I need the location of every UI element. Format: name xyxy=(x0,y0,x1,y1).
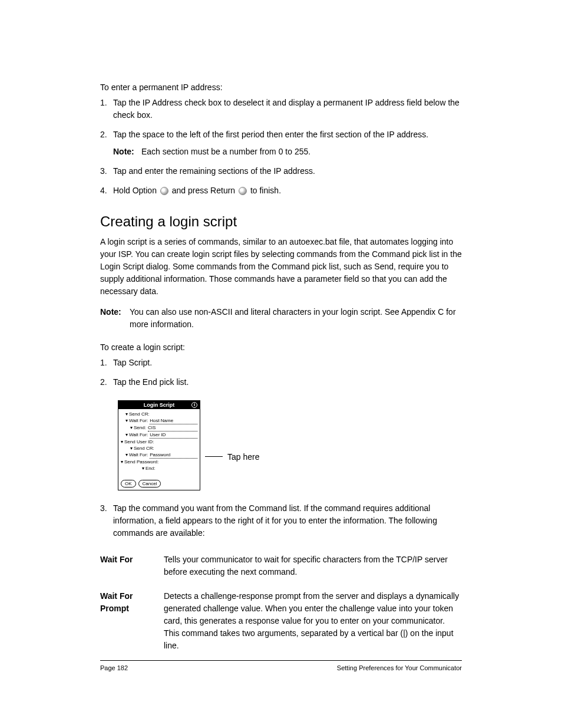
palm-dialog-header: Login Script i xyxy=(118,401,200,409)
dropdown-icon: ▾ xyxy=(130,445,133,452)
palm-buttons: OK Cancel xyxy=(121,480,197,487)
list-text: Tap the End pick list. xyxy=(113,376,462,388)
palm-label: Wait For: xyxy=(129,452,148,458)
command-description: Tells your communicator to wait for spec… xyxy=(164,554,462,578)
list-item: 1. Tap Script. xyxy=(100,357,462,369)
command-name: Wait For xyxy=(100,554,164,578)
palm-value: Password xyxy=(150,452,197,459)
info-icon: i xyxy=(191,402,197,408)
command-name: Wait For Prompt xyxy=(100,590,164,652)
list-text: Tap the space to the left of the first p… xyxy=(113,129,462,158)
palm-label: Send: xyxy=(134,424,146,431)
palm-row: ▾Wait For:User ID xyxy=(121,431,197,439)
option-key-icon xyxy=(160,187,168,195)
list-text: Tap the command you want from the Comman… xyxy=(113,502,462,539)
list-number: 2. xyxy=(100,376,113,388)
palm-row: ▾Send CR: xyxy=(121,411,197,417)
login-script-steps-cont: 3. Tap the command you want from the Com… xyxy=(100,502,462,539)
palm-row: ▾Send:CIS xyxy=(121,424,197,431)
palm-dialog-title: Login Script xyxy=(144,402,175,408)
commands-table: Wait For Tells your communicator to wait… xyxy=(100,554,462,652)
section2-title: To create a login script: xyxy=(100,342,462,352)
palm-label: Send CR: xyxy=(134,445,154,452)
ok-button: OK xyxy=(121,480,136,487)
palm-row: ▾Send Password: xyxy=(121,459,197,465)
command-row: Wait For Prompt Detects a challenge-resp… xyxy=(100,590,462,652)
note-text: Each section must be a number from 0 to … xyxy=(141,146,462,158)
command-row: Wait For Tells your communicator to wait… xyxy=(100,554,462,578)
command-description: Detects a challenge-response prompt from… xyxy=(164,590,462,652)
palm-value: User ID xyxy=(150,431,197,439)
heading-login-script: Creating a login script xyxy=(100,213,462,230)
footer-title: Setting Preferences for Your Communicato… xyxy=(337,664,462,671)
list-text-inner: Tap the space to the left of the first p… xyxy=(113,130,428,139)
list-item: 2. Tap the End pick list. xyxy=(100,376,462,388)
list-item: 2. Tap the space to the left of the firs… xyxy=(100,129,462,158)
dropdown-icon: ▾ xyxy=(121,439,123,445)
login-script-steps: 1. Tap Script. 2. Tap the End pick list. xyxy=(100,357,462,388)
note-label: Note: xyxy=(100,306,130,331)
return-key-icon xyxy=(239,187,247,195)
login-script-screenshot: Login Script i ▾Send CR: ▾Wait For:Host … xyxy=(118,400,462,490)
palm-label: Wait For: xyxy=(129,431,148,438)
list-text: Tap and enter the remaining sections of … xyxy=(113,165,462,177)
list-number: 1. xyxy=(100,357,113,369)
page-content: To enter a permanent IP address: 1. Tap … xyxy=(0,0,562,652)
palm-dialog: Login Script i ▾Send CR: ▾Wait For:Host … xyxy=(118,400,200,490)
callout-text: Tap here xyxy=(227,452,259,462)
note-block: Note: Each section must be a number from… xyxy=(113,146,462,158)
list-item: 4. Hold Option and press Return to finis… xyxy=(100,185,462,197)
section1-title: To enter a permanent IP address: xyxy=(100,83,462,92)
text-mid: and press Return xyxy=(172,186,237,195)
list-item: 1. Tap the IP Address check box to desel… xyxy=(100,97,462,121)
palm-label: Send CR: xyxy=(129,411,150,417)
page-footer: Page 182 Setting Preferences for Your Co… xyxy=(100,660,462,671)
list-number: 3. xyxy=(100,165,113,177)
list-text: Tap Script. xyxy=(113,357,462,369)
palm-row: ▾Wait For:Password xyxy=(121,452,197,459)
palm-row: ▾Send User ID: xyxy=(121,439,197,445)
list-number: 3. xyxy=(100,502,113,539)
palm-row: ▾Wait For:Host Name xyxy=(121,417,197,424)
palm-label: Wait For: xyxy=(129,417,148,424)
dropdown-icon: ▾ xyxy=(125,431,128,438)
dropdown-icon: ▾ xyxy=(121,459,123,465)
ip-address-steps: 1. Tap the IP Address check box to desel… xyxy=(100,97,462,197)
dropdown-icon: ▾ xyxy=(125,417,128,424)
page-number: Page 182 xyxy=(100,664,128,671)
list-number: 4. xyxy=(100,185,113,197)
list-number: 2. xyxy=(100,129,113,158)
list-item: 3. Tap the command you want from the Com… xyxy=(100,502,462,539)
palm-value: CIS xyxy=(148,424,197,431)
palm-label: Send Password: xyxy=(124,459,158,465)
intro-paragraph: A login script is a series of commands, … xyxy=(100,236,462,298)
palm-row: ▾Send CR: xyxy=(121,445,197,452)
list-text: Hold Option and press Return to finish. xyxy=(113,185,462,197)
palm-dialog-body: ▾Send CR: ▾Wait For:Host Name ▾Send:CIS … xyxy=(118,409,200,490)
text-before: Hold Option xyxy=(113,186,159,195)
palm-row: ▾End: xyxy=(121,465,197,472)
palm-label: Send User ID: xyxy=(124,439,154,445)
list-number: 1. xyxy=(100,97,113,121)
text-after: to finish. xyxy=(250,186,281,195)
dropdown-icon: ▾ xyxy=(142,465,144,472)
list-text: Tap the IP Address check box to deselect… xyxy=(113,97,462,121)
list-item: 3. Tap and enter the remaining sections … xyxy=(100,165,462,177)
cancel-button: Cancel xyxy=(138,480,161,487)
note-row: Note: You can also use non-ASCII and lit… xyxy=(100,306,462,331)
palm-label: End: xyxy=(146,465,155,472)
callout-line xyxy=(205,456,223,457)
dropdown-icon: ▾ xyxy=(125,411,128,417)
palm-value: Host Name xyxy=(150,417,197,424)
dropdown-icon: ▾ xyxy=(130,424,133,431)
note-label: Note: xyxy=(113,146,141,158)
dropdown-icon: ▾ xyxy=(125,452,128,458)
note-text: You can also use non-ASCII and literal c… xyxy=(130,306,462,331)
